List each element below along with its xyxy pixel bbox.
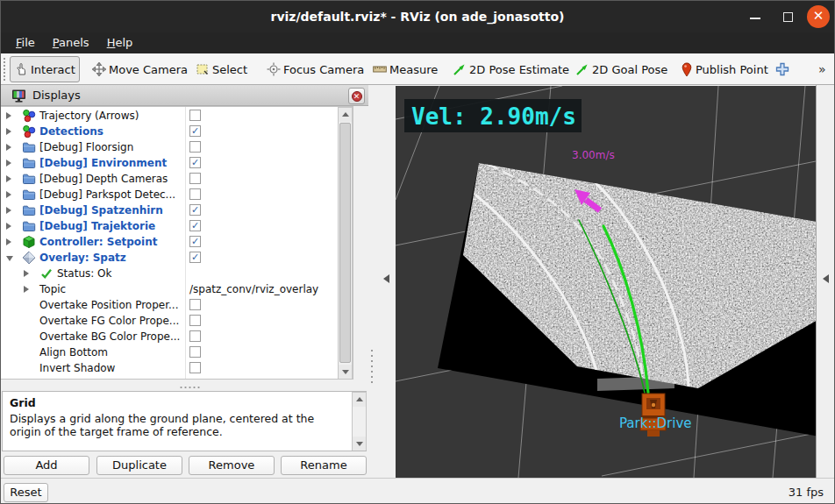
main-splitter[interactable] [368, 85, 396, 478]
tree-row-label[interactable]: Overtake Position Proper... [39, 297, 179, 313]
enable-checkbox[interactable]: ✓ [189, 220, 201, 231]
collapse-right-icon[interactable] [823, 274, 829, 283]
tree-row-label[interactable]: Detections [39, 124, 103, 139]
enable-checkbox[interactable] [189, 188, 201, 200]
tree-row-debug-environment[interactable]: [Debug] Environment✓ [1, 155, 353, 171]
tree-row-label[interactable]: Overtake FG Color Prope... [39, 313, 179, 329]
tree-row-debug-spatzenhirn[interactable]: [Debug] Spatzenhirn✓ [1, 202, 353, 218]
minimize-button[interactable] [743, 1, 767, 32]
toolbar-drag-handle[interactable] [3, 57, 7, 82]
tree-row-label[interactable]: [Debug] Parkspot Detec... [39, 187, 175, 202]
enable-checkbox[interactable] [189, 362, 201, 373]
tree-row-debug-trajektorie[interactable]: [Debug] Trajektorie✓ [1, 218, 353, 234]
expand-arrow-open[interactable] [6, 256, 13, 261]
tree-row-label[interactable]: Trajectory (Arrows) [39, 108, 139, 124]
expand-arrow-closed[interactable] [24, 270, 29, 277]
tree-row-label[interactable]: Invert Shadow [39, 360, 115, 376]
tree-row-label[interactable]: Status: Ok [57, 266, 112, 281]
expand-arrow-closed[interactable] [6, 175, 11, 182]
expand-arrow-closed[interactable] [6, 238, 11, 245]
displays-panel-header[interactable]: Displays ✕ [1, 85, 368, 106]
enable-checkbox[interactable]: ✓ [189, 125, 201, 137]
tree-row-trajectory-arrows[interactable]: Trajectory (Arrows) [1, 108, 353, 124]
help-scrollbar[interactable] [352, 392, 367, 451]
close-button[interactable]: ✕ [804, 1, 832, 32]
tool-publish-point[interactable]: Publish Point [677, 56, 772, 82]
enable-checkbox[interactable] [189, 330, 201, 342]
tree-row-overtake-fg-color-prope[interactable]: Overtake FG Color Prope... [1, 313, 353, 329]
property-value[interactable]: /spatz_conv/rviz_overlay [189, 281, 318, 297]
tree-row-label[interactable]: [Debug] Spatzenhirn [39, 202, 163, 218]
maximize-button[interactable] [776, 1, 801, 32]
tree-row-label[interactable]: Align Bottom [39, 344, 108, 360]
expand-arrow-closed[interactable] [6, 191, 11, 198]
tree-row-invert-shadow[interactable]: Invert Shadow [1, 360, 353, 376]
displays-panel-close-button[interactable]: ✕ [348, 88, 365, 104]
tool-plus[interactable] [771, 56, 794, 82]
enable-checkbox[interactable] [189, 346, 201, 358]
tree-row-label[interactable]: Topic [39, 281, 66, 297]
tool-focus-camera[interactable]: Focus Camera [263, 56, 368, 82]
expand-arrow-closed[interactable] [6, 112, 11, 119]
splitter-grip[interactable] [370, 348, 374, 387]
expand-arrow-closed[interactable] [6, 144, 11, 151]
tree-row-detections[interactable]: Detections✓ [1, 124, 353, 139]
expand-arrow-closed[interactable] [24, 286, 29, 293]
enable-checkbox[interactable]: ✓ [189, 252, 201, 263]
hand-icon [14, 62, 28, 76]
menu-item-help[interactable]: Help [104, 32, 136, 53]
rename-button[interactable]: Rename [281, 456, 367, 475]
tree-row-debug-floorsign[interactable]: [Debug] Floorsign [1, 139, 353, 155]
enable-checkbox[interactable]: ✓ [189, 204, 201, 216]
render-viewport[interactable]: 3.00m/s Park::Drive Vel: 2.90m/s [396, 86, 816, 478]
tool-2d-goal-pose[interactable]: 2D Goal Pose [571, 56, 671, 82]
tree-row-label[interactable]: Controller: Setpoint [39, 234, 158, 250]
enable-checkbox[interactable] [189, 141, 201, 153]
expand-arrow-closed[interactable] [6, 207, 11, 214]
reset-button[interactable]: Reset [4, 483, 48, 502]
tool-select[interactable]: Select [192, 56, 251, 82]
menu-item-file[interactable]: File [13, 32, 38, 53]
tree-row-label[interactable]: [Debug] Floorsign [39, 139, 133, 155]
tool-label: 2D Goal Pose [592, 63, 667, 76]
tree-row-label[interactable]: Overlay: Spatz [39, 250, 126, 266]
tree-row-label[interactable]: [Debug] Trajektorie [39, 218, 155, 234]
enable-checkbox[interactable]: ✓ [189, 157, 201, 168]
tree-row-topic[interactable]: Topic/spatz_conv/rviz_overlay [1, 281, 353, 297]
tree-row-overtake-bg-color-prope[interactable]: Overtake BG Color Prope... [1, 329, 353, 344]
enable-checkbox[interactable] [189, 315, 201, 326]
add-button[interactable]: Add [4, 456, 89, 475]
enable-checkbox[interactable] [189, 110, 201, 121]
expand-arrow-closed[interactable] [6, 223, 11, 230]
scroll-up-button[interactable] [353, 393, 366, 407]
titlebar[interactable]: rviz/default.rviz* - RViz (on ade_jonaso… [1, 1, 834, 32]
right-panel-strip[interactable] [816, 85, 835, 478]
enable-checkbox[interactable] [189, 173, 201, 184]
enable-checkbox[interactable]: ✓ [189, 236, 201, 247]
tree-row-label[interactable]: [Debug] Depth Cameras [39, 171, 168, 187]
tree-row-debug-depth-cameras[interactable]: [Debug] Depth Cameras [1, 171, 353, 187]
expand-arrow-closed[interactable] [6, 128, 11, 135]
remove-button[interactable]: Remove [189, 456, 275, 475]
tree-row-align-bottom[interactable]: Align Bottom [1, 344, 353, 360]
tree-row-debug-parkspot-detec[interactable]: [Debug] Parkspot Detec... [1, 187, 353, 202]
tool-measure[interactable]: Measure [369, 56, 441, 82]
tree-row-label[interactable]: [Debug] Environment [39, 155, 167, 171]
tree-row-overtake-position-proper[interactable]: Overtake Position Proper... [1, 297, 353, 313]
duplicate-button[interactable]: Duplicate [96, 456, 182, 475]
tool--[interactable]: » [815, 56, 830, 82]
tree-row-overlay-spatz[interactable]: Overlay: Spatz✓ [1, 250, 353, 266]
tree-row-label[interactable]: Overtake BG Color Prope... [39, 329, 180, 344]
folder-icon [22, 156, 36, 170]
enable-checkbox[interactable] [189, 299, 201, 310]
tree-row-controller-setpoint[interactable]: Controller: Setpoint✓ [1, 234, 353, 250]
tree-row-status-ok[interactable]: Status: Ok [1, 266, 353, 281]
collapse-left-icon[interactable] [383, 274, 389, 283]
tool-interact[interactable]: Interact [10, 56, 80, 82]
scroll-down-button[interactable] [353, 437, 366, 451]
menu-item-panels[interactable]: Panels [50, 32, 92, 53]
panel-splitter-handle[interactable] [179, 386, 200, 389]
tool-move-camera[interactable]: Move Camera [89, 56, 191, 82]
tool-2d-pose-estimate[interactable]: 2D Pose Estimate [448, 56, 573, 82]
expand-arrow-closed[interactable] [6, 160, 11, 167]
